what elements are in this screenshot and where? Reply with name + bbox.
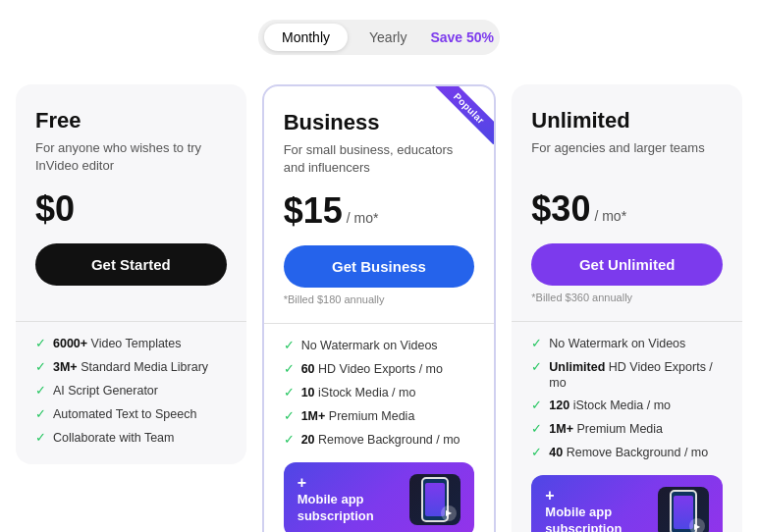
unlimited-plan-price: $30 / mo* [531,188,723,230]
check-icon: ✓ [35,359,46,376]
unlimited-billed-note: *Billed $360 annually [531,292,723,307]
mobile-banner-title: Mobile app subscription [298,492,403,525]
list-item: ✓6000+ Video Templates [35,336,227,352]
popular-ribbon: Popular [433,86,495,144]
business-plan-card: Popular Business For small business, edu… [262,84,497,532]
unlimited-mobile-banner[interactable]: + Mobile app subscription ▶ [531,475,723,532]
list-item: ✓No Watermark on Videos [284,338,475,354]
list-item: ✓40 Remove Background / mo [531,445,723,461]
check-icon: ✓ [284,361,295,378]
list-item: ✓120 iStock Media / mo [531,398,723,414]
unlimited-plan-desc: For agencies and larger teams [531,139,723,175]
list-item: ✓Unlimited HD Video Exports / mo [531,359,723,392]
check-icon: ✓ [531,336,542,352]
free-plan-price: $0 [35,188,227,230]
free-price-value: $0 [35,188,75,230]
business-mobile-banner[interactable]: + Mobile app subscription ▶ [284,462,475,532]
list-item: ✓Automated Text to Speech [35,406,227,423]
unlimited-plan-card: Unlimited For agencies and larger teams … [512,84,742,532]
free-get-started-button[interactable]: Get Started [35,243,227,286]
billing-toggle: Monthly Yearly Save 50% [258,20,500,55]
check-icon: ✓ [284,385,295,401]
business-plan-price: $15 / mo* [284,190,475,232]
list-item: ✓10 iStock Media / mo [284,385,475,401]
check-icon: ✓ [531,421,542,438]
check-icon: ✓ [284,432,295,449]
mobile-banner-title: Mobile app subscription [545,505,650,532]
free-plan-name: Free [35,108,227,133]
monthly-toggle[interactable]: Monthly [264,24,348,51]
list-item: ✓Collaborate with Team [35,430,227,447]
business-divider [264,323,495,324]
list-item: ✓20 Remove Background / mo [284,432,475,449]
unlimited-features-list: ✓No Watermark on Videos ✓Unlimited HD Vi… [531,336,723,461]
check-icon: ✓ [284,338,295,354]
business-features-list: ✓No Watermark on Videos ✓60 HD Video Exp… [284,338,475,448]
play-icon: ▶ [441,505,457,521]
business-get-button[interactable]: Get Business [284,245,475,288]
play-icon: ▶ [689,518,705,532]
list-item: ✓1M+ Premium Media [284,408,475,425]
unlimited-price-suffix: / mo* [594,208,626,224]
free-billed-note [35,292,227,307]
check-icon: ✓ [35,336,46,352]
check-icon: ✓ [35,406,46,423]
mobile-app-image: ▶ [658,487,709,532]
list-item: ✓60 HD Video Exports / mo [284,361,475,378]
business-billed-note: *Billed $180 annually [284,293,475,309]
free-plan-card: Free For anyone who wishes to try InVide… [16,84,246,464]
list-item: ✓AI Script Generator [35,383,227,399]
unlimited-divider [512,321,742,322]
check-icon: ✓ [35,430,46,447]
popular-corner: Popular [423,86,494,157]
yearly-toggle[interactable]: Yearly [352,24,424,51]
free-plan-desc: For anyone who wishes to try InVideo edi… [35,139,227,175]
list-item: ✓3M+ Standard Media Library [35,359,227,376]
unlimited-get-button[interactable]: Get Unlimited [531,243,723,286]
save-badge: Save 50% [430,29,494,45]
unlimited-price-value: $30 [531,188,590,230]
plus-icon: + [545,487,650,505]
check-icon: ✓ [531,359,542,376]
free-divider [16,321,246,322]
list-item: ✓No Watermark on Videos [531,336,723,352]
free-features-list: ✓6000+ Video Templates ✓3M+ Standard Med… [35,336,227,446]
check-icon: ✓ [284,408,295,425]
check-icon: ✓ [531,398,542,414]
mobile-app-image: ▶ [409,474,460,525]
unlimited-plan-name: Unlimited [531,108,723,133]
list-item: ✓1M+ Premium Media [531,421,723,438]
check-icon: ✓ [531,445,542,461]
business-price-suffix: / mo* [347,210,379,226]
check-icon: ✓ [35,383,46,399]
pricing-cards: Free For anyone who wishes to try InVide… [16,84,742,532]
unlimited-mobile-banner-text: + Mobile app subscription [545,487,650,532]
plus-icon: + [298,474,403,492]
business-mobile-banner-text: + Mobile app subscription [298,474,403,525]
business-price-value: $15 [284,190,343,232]
